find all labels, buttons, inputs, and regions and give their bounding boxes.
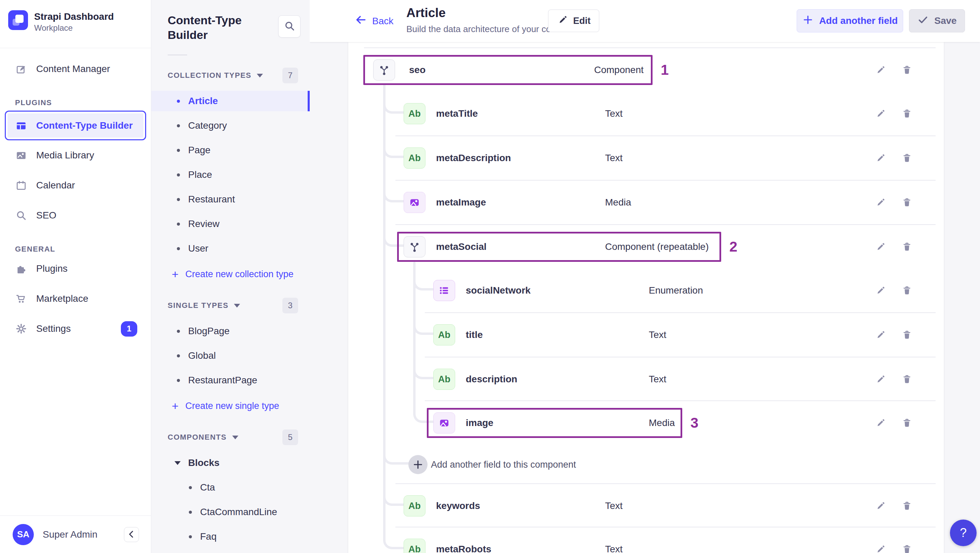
component-item-faq[interactable]: Faq [151,526,310,547]
search-button[interactable] [278,15,301,38]
page-title: Article [406,6,445,20]
field-type: Text [605,501,622,512]
sidebar-item-content-manager[interactable]: Content Manager [0,54,151,84]
header: Back Article Build the data architecture… [310,0,980,42]
tree-elbow [383,138,406,158]
component-field-icon [373,59,395,81]
delete-field-button[interactable] [899,239,915,254]
section-toggle-single-types[interactable]: SINGLE TYPES3 [151,298,310,313]
sidebar-item-label: Marketplace [36,293,88,304]
check-icon [917,14,929,28]
tree-elbow [383,485,406,506]
field-name: socialNetwork [466,285,531,296]
delete-field-button[interactable] [899,283,915,298]
component-group-blocks[interactable]: Blocks [151,453,310,473]
edit-field-button[interactable] [873,498,888,513]
section-toggle-components[interactable]: COMPONENTS5 [151,429,310,445]
sidebar-item-media-library[interactable]: Media Library [0,140,151,170]
sidebar-item-seo[interactable]: SEO [0,200,151,230]
component-item-ctacommandline[interactable]: CtaCommandLine [151,502,310,522]
sidebar-item-label: Settings [36,323,71,334]
help-button[interactable]: ? [950,520,977,546]
back-label: Back [372,16,393,27]
avatar[interactable]: SA [13,524,34,545]
edit-field-button[interactable] [873,372,888,387]
sidebar-item-settings[interactable]: Settings1 [0,314,151,344]
type-item-category[interactable]: Category [151,115,310,136]
delete-field-button[interactable] [899,62,915,78]
component-item-cta[interactable]: Cta [151,477,310,498]
component-item-label: CtaCommandLine [200,507,277,518]
add-field-to-component-button[interactable] [408,455,428,474]
group-label: Blocks [188,458,220,468]
caret-down-icon [232,435,238,439]
sidebar-item-label: SEO [36,210,56,221]
bullet-icon [177,330,180,333]
delete-field-button[interactable] [899,327,915,342]
add-field-to-component-label: Add another field to this component [431,459,576,470]
bullet-icon [177,354,180,358]
section-label: COMPONENTS [168,433,227,442]
edit-field-button[interactable] [873,151,888,165]
field-name: seo [409,65,425,75]
action-label: Create new collection type [185,269,294,280]
field-type: Enumeration [649,285,703,296]
edit-field-button[interactable] [873,283,888,298]
delete-field-button[interactable] [899,151,915,165]
annotation-number: 1 [661,62,668,78]
bullet-icon [177,100,180,103]
type-item-user[interactable]: User [151,238,310,259]
type-item-restaurantpage[interactable]: RestaurantPage [151,370,310,391]
delete-field-button[interactable] [899,106,915,121]
edit-button[interactable]: Edit [548,10,599,32]
edit-field-button[interactable] [873,195,888,210]
edit-field-button[interactable] [873,542,888,553]
sidebar-item-calendar[interactable]: Calendar [0,170,151,200]
type-item-page[interactable]: Page [151,140,310,160]
sidebar-item-content-type-builder[interactable]: Content-Type Builder [5,111,146,140]
field-name: metaTitle [436,108,478,119]
edit-field-button[interactable] [873,415,888,431]
type-item-label: Page [188,145,210,156]
bullet-icon [177,149,180,152]
delete-field-button[interactable] [899,195,915,210]
bullet-icon [177,247,180,250]
edit-field-button[interactable] [873,62,888,78]
type-item-article[interactable]: Article [151,91,310,111]
delete-field-button[interactable] [899,415,915,431]
section-toggle-collection-types[interactable]: COLLECTION TYPES7 [151,68,310,83]
type-item-label: Global [188,350,216,361]
type-item-global[interactable]: Global [151,345,310,366]
type-item-blogpage[interactable]: BlogPage [151,321,310,342]
delete-field-button[interactable] [899,372,915,387]
create-create-new-single-type[interactable]: +Create new single type [151,395,310,417]
sidebar-item-plugins[interactable]: Plugins [0,254,151,284]
create-create-new-collection-type[interactable]: +Create new collection type [151,263,310,285]
field-name: metaSocial [436,242,487,252]
type-item-review[interactable]: Review [151,214,310,234]
enum-field-icon [433,280,455,301]
save-button[interactable]: Save [909,9,965,32]
media-icon [15,149,27,162]
component-item-label: Cta [200,482,215,493]
back-link[interactable]: Back [355,0,393,42]
add-another-field-button[interactable]: Add another field [797,9,903,32]
component-item-features[interactable]: Features [151,551,310,553]
component-field-icon [404,236,425,257]
count-badge: 7 [282,68,298,83]
edit-field-button[interactable] [873,239,888,254]
strapi-logo-icon [8,10,28,30]
type-item-restaurant[interactable]: Restaurant [151,189,310,210]
delete-field-button[interactable] [899,542,915,553]
edit-field-button[interactable] [873,106,888,121]
field-type: Text [605,544,622,553]
field-type: Text [605,153,622,164]
type-item-place[interactable]: Place [151,165,310,185]
strapi-app: Strapi Dashboard Workplace Content Manag… [0,0,980,553]
workspace-name: Workplace [34,23,114,33]
edit-field-button[interactable] [873,327,888,342]
delete-field-button[interactable] [899,498,915,513]
sidebar-item-marketplace[interactable]: Marketplace [0,284,151,314]
field-type: Text [649,374,666,385]
collapse-sidebar-button[interactable] [124,527,139,542]
